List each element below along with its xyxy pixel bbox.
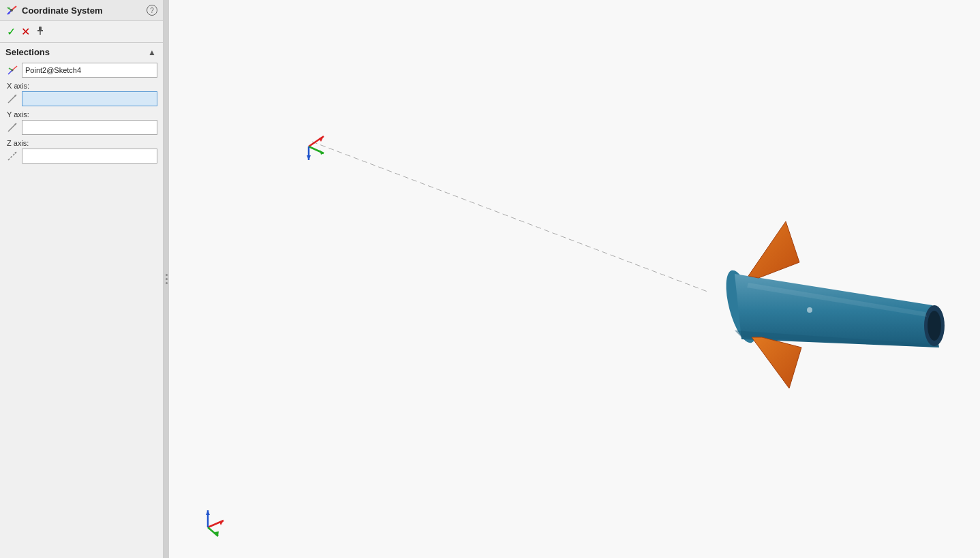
z-axis-row	[5, 149, 157, 164]
svg-point-36	[807, 307, 812, 313]
x-axis-icon	[5, 92, 19, 106]
coord-axes-origin	[292, 129, 319, 157]
confirm-button[interactable]: ✓	[5, 24, 17, 40]
svg-point-3	[10, 9, 13, 12]
selections-header: Selections ▲	[0, 43, 163, 60]
y-axis-icon	[5, 121, 19, 134]
pin-button[interactable]	[34, 25, 46, 39]
collapse-button[interactable]: ▲	[147, 48, 157, 57]
selections-label: Selections	[5, 47, 50, 57]
y-axis-input[interactable]	[22, 120, 157, 135]
selections-content: X axis: Y axis:	[0, 60, 163, 172]
left-panel: Coordinate System ? ✓ ✕ Selections ▲	[0, 0, 164, 558]
z-axis-icon	[5, 149, 19, 163]
y-axis-block: Y axis:	[5, 110, 157, 135]
resize-dots	[166, 274, 168, 284]
coord-axes-bottomleft	[189, 503, 224, 538]
z-axis-input[interactable]	[22, 149, 157, 164]
panel-title-area: Coordinate System	[5, 4, 102, 16]
x-axis-label: X axis:	[7, 82, 157, 90]
toolbar: ✓ ✕	[0, 21, 163, 43]
coordinate-system-icon	[5, 4, 18, 16]
svg-marker-32	[206, 510, 210, 515]
panel-header: Coordinate System ?	[0, 0, 163, 21]
pin-icon	[35, 26, 45, 35]
svg-point-13	[12, 69, 14, 72]
resize-handle[interactable]	[164, 0, 169, 558]
resize-dot	[166, 278, 168, 280]
z-axis-label: Z axis:	[7, 139, 157, 147]
svg-line-29	[208, 527, 218, 536]
panel-title: Coordinate System	[22, 5, 102, 16]
3d-object	[673, 204, 960, 411]
svg-marker-26	[307, 155, 311, 160]
svg-point-35	[928, 311, 941, 341]
x-axis-row	[5, 91, 157, 106]
svg-rect-8	[37, 30, 43, 31]
y-axis-row	[5, 120, 157, 135]
x-axis-input[interactable]	[22, 91, 157, 106]
cancel-button[interactable]: ✕	[20, 24, 31, 40]
x-axis-block: X axis:	[5, 82, 157, 106]
origin-icon	[5, 63, 19, 77]
origin-input[interactable]	[22, 63, 157, 78]
origin-row	[5, 63, 157, 78]
resize-dot	[166, 274, 168, 276]
z-axis-block: Z axis:	[5, 139, 157, 164]
svg-line-20	[312, 142, 707, 292]
help-icon[interactable]: ?	[147, 5, 157, 16]
resize-dot	[166, 282, 168, 284]
y-axis-label: Y axis:	[7, 110, 157, 119]
viewport[interactable]	[169, 0, 980, 558]
